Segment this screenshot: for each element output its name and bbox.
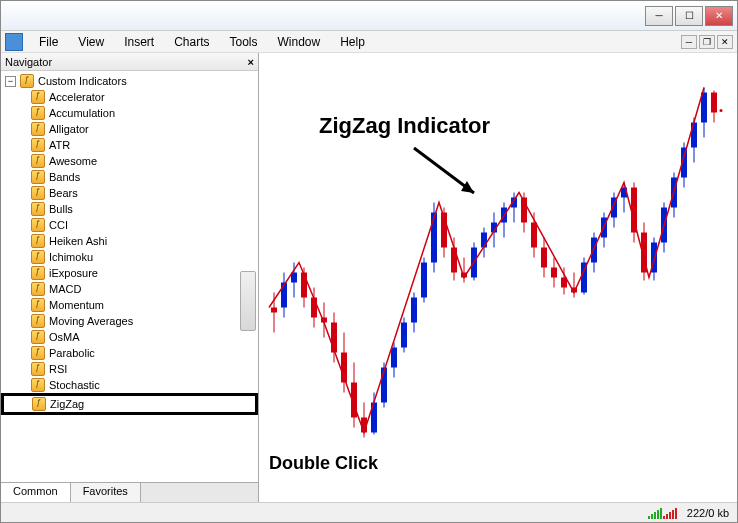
tree-item-label: Stochastic [49,379,100,391]
svg-rect-55 [541,248,547,268]
svg-rect-89 [711,93,717,113]
annotation-double-click: Double Click [269,453,378,474]
mdi-close-button[interactable]: ✕ [717,35,733,49]
svg-rect-9 [311,298,317,318]
menu-charts[interactable]: Charts [164,33,219,51]
mdi-restore-button[interactable]: ❐ [699,35,715,49]
menu-window[interactable]: Window [268,33,331,51]
menu-tools[interactable]: Tools [220,33,268,51]
indicator-icon [31,362,45,376]
scrollbar-thumb[interactable] [240,271,256,331]
tab-favorites[interactable]: Favorites [71,483,141,502]
indicator-icon [31,282,45,296]
svg-rect-31 [421,263,427,298]
indicator-icon [31,298,45,312]
app-icon [5,33,23,51]
tree-item-label: Ichimoku [49,251,93,263]
indicator-icon [31,154,45,168]
tree-item-label: ZigZag [50,398,84,410]
annotation-zigzag-title: ZigZag Indicator [319,113,490,139]
titlebar: ─ ☐ ✕ [1,1,737,31]
tree-item-heiken-ashi[interactable]: Heiken Ashi [3,233,256,249]
tree-item-ichimoku[interactable]: Ichimoku [3,249,256,265]
svg-rect-25 [391,348,397,368]
tree-item-bands[interactable]: Bands [3,169,256,185]
tree-item-label: Accelerator [49,91,105,103]
indicator-icon [31,106,45,120]
tree-item-label: Accumulation [49,107,115,119]
svg-rect-27 [401,323,407,348]
tree-item-label: iExposure [49,267,98,279]
indicator-icon [31,90,45,104]
tree-item-label: Bears [49,187,78,199]
window-minimize-button[interactable]: ─ [645,6,673,26]
tree-item-accelerator[interactable]: Accelerator [3,89,256,105]
tree-item-label: OsMA [49,331,80,343]
menu-view[interactable]: View [68,33,114,51]
tree-item-label: Awesome [49,155,97,167]
window-maximize-button[interactable]: ☐ [675,6,703,26]
tree-item-moving-averages[interactable]: Moving Averages [3,313,256,329]
indicator-icon [31,186,45,200]
indicator-icon [31,138,45,152]
navigator-panel: Navigator × − Custom Indicators Accelera… [1,53,259,502]
tree-item-osma[interactable]: OsMA [3,329,256,345]
tree-item-label: Alligator [49,123,89,135]
svg-rect-57 [551,268,557,278]
tree-item-bulls[interactable]: Bulls [3,201,256,217]
navigator-tree[interactable]: − Custom Indicators AcceleratorAccumulat… [1,71,258,482]
svg-marker-92 [461,181,474,193]
tree-item-label: Bulls [49,203,73,215]
expand-toggle-icon[interactable]: − [5,76,16,87]
indicator-icon [31,250,45,264]
annotation-arrow-icon [409,143,489,203]
tree-root-label: Custom Indicators [38,75,127,87]
tree-item-zigzag[interactable]: ZigZag [4,396,255,412]
indicator-icon [31,202,45,216]
chart-area[interactable]: ZigZag Indicator Double Click [259,53,737,502]
navigator-title: Navigator [5,56,52,68]
tree-item-awesome[interactable]: Awesome [3,153,256,169]
tree-item-stochastic[interactable]: Stochastic [3,377,256,393]
svg-rect-53 [531,223,537,248]
tree-item-iexposure[interactable]: iExposure [3,265,256,281]
status-kb: 222/0 kb [687,507,729,519]
indicator-icon [31,234,45,248]
menu-file[interactable]: File [29,33,68,51]
tree-item-rsi[interactable]: RSI [3,361,256,377]
indicator-icon [32,397,46,411]
svg-rect-29 [411,298,417,323]
indicator-icon [31,122,45,136]
window-close-button[interactable]: ✕ [705,6,733,26]
tree-item-label: Moving Averages [49,315,133,327]
menu-insert[interactable]: Insert [114,33,164,51]
indicator-icon [31,378,45,392]
tree-item-alligator[interactable]: Alligator [3,121,256,137]
tree-item-label: RSI [49,363,67,375]
tree-root-custom-indicators[interactable]: − Custom Indicators [3,73,256,89]
tree-item-label: Bands [49,171,80,183]
indicator-icon [31,218,45,232]
indicator-icon [31,346,45,360]
mdi-minimize-button[interactable]: ─ [681,35,697,49]
menu-help[interactable]: Help [330,33,375,51]
app-window: ─ ☐ ✕ File View Insert Charts Tools Wind… [0,0,738,523]
tree-item-parabolic[interactable]: Parabolic [3,345,256,361]
indicator-icon [31,170,45,184]
tree-item-bears[interactable]: Bears [3,185,256,201]
indicator-icon [31,266,45,280]
tree-item-label: Parabolic [49,347,95,359]
tree-item-label: CCI [49,219,68,231]
menubar: File View Insert Charts Tools Window Hel… [1,31,737,53]
tree-item-momentum[interactable]: Momentum [3,297,256,313]
tree-item-label: Momentum [49,299,104,311]
tree-item-atr[interactable]: ATR [3,137,256,153]
tree-item-label: Heiken Ashi [49,235,107,247]
tree-item-cci[interactable]: CCI [3,217,256,233]
navigator-close-button[interactable]: × [248,56,254,68]
svg-rect-85 [691,123,697,148]
tab-common[interactable]: Common [1,483,71,502]
tree-item-macd[interactable]: MACD [3,281,256,297]
tree-item-accumulation[interactable]: Accumulation [3,105,256,121]
folder-indicator-icon [20,74,34,88]
